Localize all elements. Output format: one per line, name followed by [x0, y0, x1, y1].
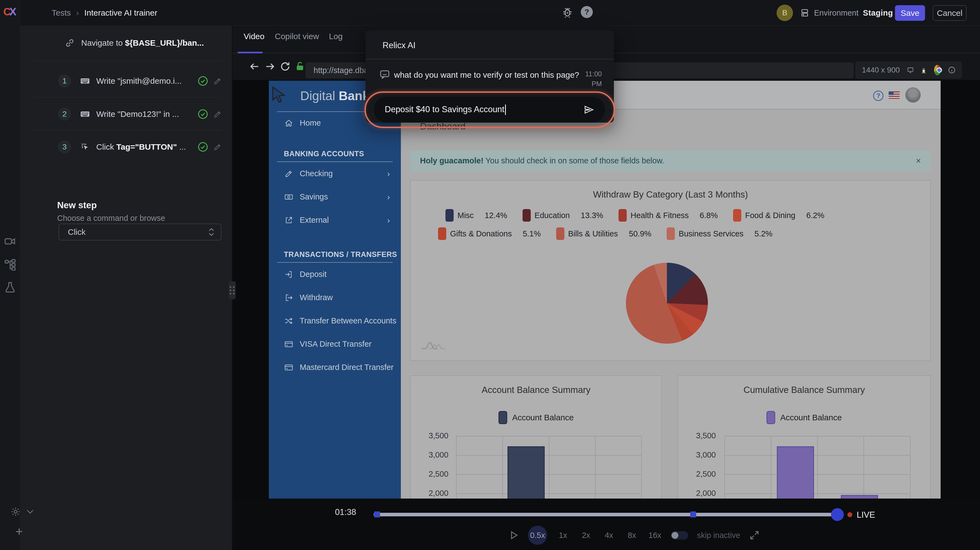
external-link-icon — [285, 216, 293, 225]
gridline — [864, 436, 864, 499]
settings-gear-icon[interactable] — [10, 507, 21, 517]
gridline — [457, 474, 642, 475]
chevron-right-icon: › — [387, 169, 390, 179]
divider — [33, 97, 221, 97]
cx-logo[interactable]: CX — [3, 6, 15, 18]
y-tick-label: 3,000 — [428, 450, 449, 459]
flow-tree-icon[interactable] — [4, 258, 16, 271]
us-flag-icon[interactable] — [889, 91, 900, 99]
linux-penguin-icon — [921, 65, 927, 75]
fullscreen-icon[interactable] — [749, 530, 760, 541]
legend-swatch — [556, 227, 565, 240]
add-button[interactable]: + — [14, 526, 25, 537]
bank-nav-item[interactable]: Transfer Between Accounts — [269, 309, 401, 332]
bar-account-balance — [841, 495, 878, 499]
send-icon[interactable] — [583, 104, 594, 115]
sparkline-icon[interactable] — [420, 339, 447, 351]
tab-video[interactable]: Video — [243, 32, 264, 41]
help-icon[interactable]: ? — [581, 6, 593, 18]
gridline — [910, 436, 910, 499]
reload-icon[interactable] — [280, 61, 291, 72]
bank-nav-item[interactable]: Savings› — [269, 185, 401, 209]
cancel-button[interactable]: Cancel — [933, 5, 967, 21]
test-steps-panel: Navigate to ${BASE_URL}/ban... 1 Write "… — [20, 26, 232, 550]
bug-icon[interactable] — [561, 6, 574, 19]
breadcrumb-tests-link[interactable]: Tests — [52, 8, 71, 18]
session-info-bar: 1440 x 900 — [855, 61, 962, 79]
gridline — [457, 436, 642, 437]
legend-label: Account Balance — [512, 413, 574, 422]
step-number: 2 — [58, 108, 71, 121]
edit-step-button[interactable] — [213, 110, 222, 118]
progress-track[interactable] — [374, 513, 838, 517]
step-navigate[interactable]: Navigate to ${BASE_URL}/ban... — [20, 33, 232, 53]
bank-nav-item[interactable]: VISA Direct Transfer — [269, 332, 401, 356]
step-row-1[interactable]: 1 Write "jsmith@demo.i... — [20, 65, 232, 97]
command-select[interactable]: Click — [59, 223, 221, 241]
pie-legend-row-1: Misc12.4%Education13.3%Health & Fitness6… — [445, 209, 824, 222]
legend-swatch — [767, 411, 775, 424]
bank-nav-item[interactable]: Withdraw — [269, 286, 401, 309]
panel-drag-handle[interactable] — [229, 281, 236, 299]
alert-close-icon[interactable]: × — [916, 156, 921, 166]
forward-icon[interactable] — [264, 61, 275, 72]
bank-help-icon[interactable]: ? — [873, 91, 883, 101]
edit-step-button[interactable] — [213, 77, 222, 85]
speed-16x-button[interactable]: 16x — [648, 531, 662, 540]
bank-nav-label: Mastercard Direct Transfer — [300, 363, 393, 372]
skip-inactive-toggle[interactable] — [671, 531, 688, 540]
new-step-subtitle: Choose a command or browse — [57, 214, 165, 223]
withdraw-category-card: Withdraw By Category (Last 3 Months) Mis… — [410, 180, 931, 361]
tab-copilot-view[interactable]: Copilot view — [275, 32, 319, 41]
gridline — [641, 436, 642, 499]
bank-nav-item[interactable]: Deposit — [269, 263, 401, 286]
speed-8x-button[interactable]: 8x — [625, 531, 639, 540]
y-tick-label: 2,500 — [428, 470, 449, 478]
gridline — [595, 436, 595, 499]
speed-4x-button[interactable]: 4x — [602, 531, 616, 540]
monitor-icon — [907, 65, 914, 75]
section-title: BANKING ACCOUNTS — [284, 147, 401, 161]
legend-swatch — [667, 227, 675, 240]
instruction-input[interactable]: Deposit $40 to Savings Account — [374, 97, 605, 123]
chevron-down-icon[interactable] — [26, 508, 35, 515]
video-camera-icon[interactable] — [4, 235, 16, 248]
flask-icon[interactable] — [4, 281, 16, 293]
legend-value: 6.8% — [700, 211, 718, 220]
edit-step-button[interactable] — [213, 143, 222, 151]
bank-nav-label: Savings — [300, 192, 328, 201]
pie-chart-title: Withdraw By Category (Last 3 Months) — [411, 189, 930, 200]
event-marker[interactable] — [374, 512, 380, 517]
save-button[interactable]: Save — [895, 5, 925, 21]
bank-user-avatar[interactable] — [905, 87, 921, 103]
play-icon[interactable] — [508, 529, 519, 541]
event-marker[interactable] — [690, 512, 696, 517]
bank-nav-item[interactable]: Mastercard Direct Transfer — [269, 356, 401, 379]
speed-0.5x-button[interactable]: 0.5x — [528, 526, 547, 545]
environment-value: Staging — [863, 8, 893, 18]
speed-2x-button[interactable]: 2x — [579, 531, 593, 540]
environment-label: Environment — [814, 8, 859, 18]
tab-log[interactable]: Log — [329, 32, 343, 41]
legend-swatch — [498, 411, 507, 424]
pie-legend-item: Health & Fitness6.8% — [619, 209, 718, 222]
step-label: Write "Demo123!" in ... — [96, 110, 179, 119]
pie-chart — [626, 263, 708, 344]
playhead-knob[interactable] — [831, 508, 844, 521]
bank-nav-item[interactable]: External› — [269, 209, 401, 232]
step-row-2[interactable]: 2 Write "Demo123!" in ... — [20, 98, 232, 131]
info-icon[interactable] — [948, 64, 955, 76]
pie-legend-item: Gifts & Donations5.1% — [438, 227, 541, 240]
check-circle-icon — [197, 75, 208, 86]
bank-nav-label: Checking — [300, 169, 333, 178]
pie-legend-row-2: Gifts & Donations5.1%Bills & Utilities50… — [438, 227, 772, 240]
step-row-3[interactable]: 3 Click Tag="BUTTON" ... — [20, 131, 232, 163]
y-tick-label: 2,500 — [696, 470, 716, 478]
back-icon[interactable] — [249, 61, 260, 72]
environment-selector[interactable]: Environment Staging — [800, 0, 893, 26]
legend-label: Bills & Utilities — [568, 229, 618, 238]
speed-1x-button[interactable]: 1x — [556, 531, 570, 540]
user-avatar[interactable]: B — [776, 5, 793, 21]
relicx-ai-dialog: Relicx AI what do you want me to verify … — [366, 30, 614, 123]
bank-nav-item[interactable]: Checking› — [269, 162, 401, 185]
